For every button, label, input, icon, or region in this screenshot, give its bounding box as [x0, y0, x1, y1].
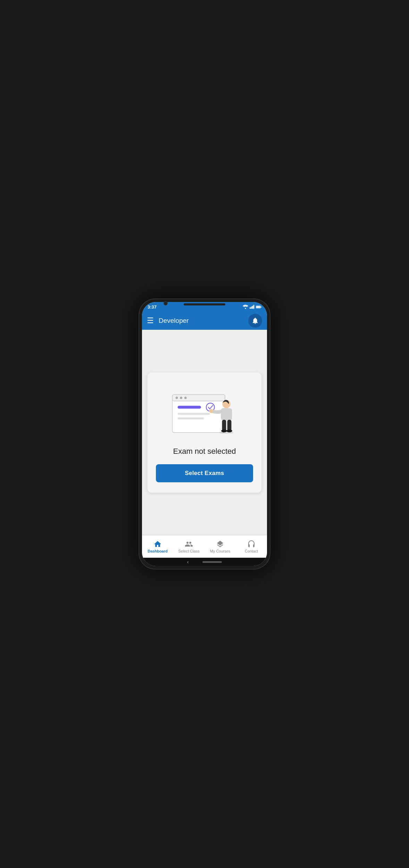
- svg-rect-1: [250, 307, 251, 309]
- nav-item-dashboard[interactable]: Dashboard: [142, 535, 173, 558]
- svg-point-19: [209, 409, 213, 413]
- battery-icon: [256, 305, 261, 309]
- svg-rect-15: [178, 413, 210, 415]
- home-gesture-bar[interactable]: [202, 561, 222, 563]
- nav-item-select-class[interactable]: Select Class: [173, 535, 204, 558]
- svg-point-12: [184, 397, 187, 399]
- gesture-bar-area: ‹: [142, 558, 267, 566]
- select-exams-button[interactable]: Select Exams: [156, 464, 253, 482]
- svg-point-10: [176, 397, 178, 399]
- nav-item-my-courses[interactable]: My Courses: [204, 535, 236, 558]
- nav-label-select-class: Select Class: [178, 549, 199, 553]
- layers-icon: [216, 540, 224, 548]
- menu-icon[interactable]: ☰: [147, 317, 154, 325]
- svg-point-11: [180, 397, 182, 399]
- headset-icon: [247, 540, 256, 548]
- nav-label-dashboard: Dashboard: [148, 549, 167, 553]
- nav-label-contact: Contact: [245, 549, 258, 553]
- wifi-icon: [243, 305, 248, 309]
- phone-camera: [164, 301, 168, 305]
- svg-rect-3: [252, 306, 253, 309]
- svg-rect-20: [222, 420, 226, 431]
- app-bar: ☰ Developer: [142, 312, 267, 330]
- status-time: 3:37: [148, 304, 157, 310]
- empty-state-card: Exam not selected Select Exams: [148, 372, 261, 493]
- status-icons: [243, 305, 261, 309]
- phone-speaker: [184, 303, 225, 305]
- svg-rect-2: [251, 306, 252, 309]
- svg-rect-7: [256, 306, 260, 308]
- nav-label-my-courses: My Courses: [210, 549, 231, 553]
- bottom-navigation: Dashboard Select Class My Courses: [142, 535, 267, 558]
- svg-point-24: [219, 432, 233, 434]
- svg-rect-4: [253, 305, 254, 309]
- svg-rect-16: [178, 417, 204, 419]
- notification-bell-button[interactable]: [248, 314, 262, 328]
- back-gesture[interactable]: ‹: [187, 559, 189, 565]
- empty-state-text: Exam not selected: [173, 447, 236, 456]
- svg-rect-21: [227, 420, 232, 431]
- svg-rect-6: [261, 306, 261, 307]
- home-icon: [153, 540, 162, 548]
- phone-screen: 3:37: [142, 302, 267, 566]
- app-bar-title: Developer: [159, 317, 243, 325]
- nav-item-contact[interactable]: Contact: [236, 535, 267, 558]
- group-icon: [185, 540, 193, 548]
- bell-icon: [251, 317, 259, 325]
- main-content: Exam not selected Select Exams: [142, 330, 267, 535]
- svg-rect-13: [178, 406, 201, 409]
- exam-illustration: [166, 383, 243, 439]
- signal-icon: [250, 305, 254, 309]
- svg-point-0: [245, 308, 246, 309]
- phone-frame: 3:37: [139, 298, 270, 570]
- svg-rect-18: [221, 408, 232, 420]
